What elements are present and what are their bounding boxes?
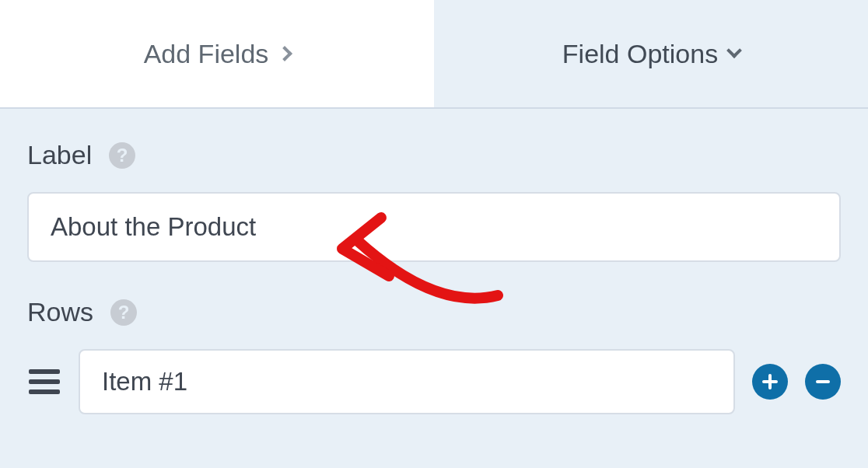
- rows-header-row: Rows ?: [27, 297, 841, 327]
- label-title: Label: [27, 140, 92, 170]
- row-input[interactable]: [79, 349, 735, 414]
- remove-row-button[interactable]: [805, 364, 841, 400]
- drag-handle-icon[interactable]: [27, 369, 61, 394]
- tab-field-options-label: Field Options: [562, 39, 718, 69]
- chevron-right-icon: [277, 46, 292, 61]
- tab-bar: Add Fields Field Options: [0, 0, 868, 109]
- rows-field-group: Rows ?: [27, 297, 841, 414]
- help-icon-glyph: ?: [118, 302, 130, 323]
- tab-add-fields-label: Add Fields: [144, 39, 269, 69]
- label-field-group: Label ?: [27, 140, 841, 262]
- label-header-row: Label ?: [27, 140, 841, 170]
- rows-title: Rows: [27, 297, 93, 327]
- help-icon[interactable]: ?: [110, 299, 137, 326]
- plus-icon: [761, 372, 779, 391]
- tab-add-fields[interactable]: Add Fields: [0, 0, 434, 107]
- help-icon[interactable]: ?: [109, 142, 135, 169]
- help-icon-glyph: ?: [117, 145, 128, 166]
- minus-icon: [814, 372, 832, 391]
- field-options-panel: Label ? Rows ?: [0, 109, 868, 468]
- label-input[interactable]: [27, 192, 841, 262]
- row-item: [27, 349, 841, 414]
- chevron-down-icon: [726, 43, 742, 58]
- add-row-button[interactable]: [752, 364, 788, 400]
- tab-field-options[interactable]: Field Options: [434, 0, 868, 107]
